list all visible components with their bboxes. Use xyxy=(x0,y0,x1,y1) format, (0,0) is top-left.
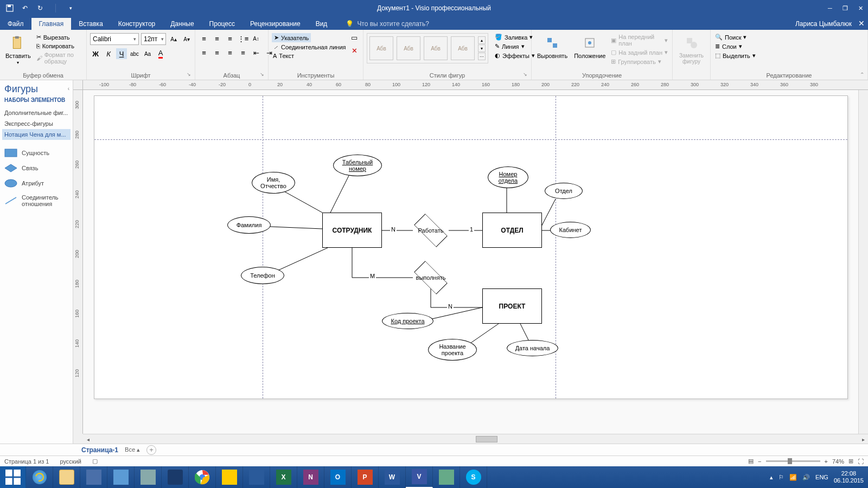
send-back-button[interactable]: ▢На задний план ▾ xyxy=(610,48,669,56)
vertical-ruler[interactable]: 300280260240220200180160140120 xyxy=(73,90,83,434)
guide-horizontal[interactable] xyxy=(94,139,847,140)
bullets-button[interactable]: ⋮≡ xyxy=(238,33,248,44)
paragraph-dialog-launcher[interactable]: ↘ xyxy=(260,72,266,78)
guide-vertical-1[interactable] xyxy=(263,96,263,399)
zoom-slider[interactable] xyxy=(766,460,820,462)
bold-button[interactable]: Ж xyxy=(90,48,101,59)
user-name[interactable]: Лариса Цымбалюк xyxy=(795,20,852,28)
font-size-combo[interactable]: 12пт xyxy=(141,33,166,45)
taskbar-app1[interactable] xyxy=(80,466,107,488)
taskbar-skype[interactable]: S xyxy=(460,466,487,488)
font-color-button[interactable]: A xyxy=(155,48,166,59)
align-right-button[interactable]: ≡ xyxy=(225,47,235,58)
attr-project-name[interactable]: Название проекта xyxy=(428,339,477,361)
scroll-left-button[interactable]: ◂ xyxy=(84,435,92,443)
shape-attribute[interactable]: Атрибут xyxy=(4,176,68,191)
undo-icon[interactable]: ↶ xyxy=(18,2,31,15)
text-direction-button[interactable]: A↕ xyxy=(251,33,261,44)
connector-tool-button[interactable]: ⟋Соединительная линия xyxy=(272,43,347,51)
collapse-ribbon-button[interactable]: ⌃ xyxy=(860,72,864,78)
tab-design[interactable]: Конструктор xyxy=(111,18,163,30)
tab-review[interactable]: Рецензирование xyxy=(242,18,308,30)
minimize-button[interactable]: ─ xyxy=(822,1,838,16)
shape-entity[interactable]: Сущность xyxy=(4,145,68,160)
rectangle-tool-button[interactable]: ▭ xyxy=(349,32,360,43)
find-button[interactable]: 🔍Поиск ▾ xyxy=(714,33,757,41)
zoom-in-button[interactable]: + xyxy=(825,458,828,465)
align-top-button[interactable]: ≡ xyxy=(199,33,209,44)
fill-button[interactable]: 🪣Заливка ▾ xyxy=(494,33,536,41)
tab-file[interactable]: Файл xyxy=(0,18,31,30)
tab-view[interactable]: Вид xyxy=(308,18,335,30)
taskbar-vbox[interactable] xyxy=(162,466,189,488)
attr-dept[interactable]: Отдел xyxy=(545,183,583,199)
add-page-button[interactable]: + xyxy=(146,445,156,455)
group-button[interactable]: ⊞Группировать ▾ xyxy=(610,57,669,66)
taskbar-chrome[interactable] xyxy=(189,466,216,488)
tab-insert[interactable]: Вставка xyxy=(71,18,111,30)
attr-surname[interactable]: Фамилия xyxy=(227,216,271,234)
entity-project[interactable]: ПРОЕКТ xyxy=(482,288,542,324)
page-tab-1[interactable]: Страница-1 xyxy=(81,446,118,454)
style-item-2[interactable]: Абв xyxy=(397,36,420,60)
text-tool-button[interactable]: AТекст xyxy=(272,52,295,60)
shrink-font-button[interactable]: A▾ xyxy=(181,34,192,44)
decrease-indent-button[interactable]: ⇤ xyxy=(251,47,261,58)
relationship-work[interactable]: Работать xyxy=(409,220,452,241)
attr-name-patr[interactable]: Имя, Отчество xyxy=(252,172,295,194)
taskbar-outlook[interactable]: O xyxy=(324,466,352,488)
copy-button[interactable]: ⎘Копировать xyxy=(35,42,83,50)
scroll-right-button[interactable]: ▸ xyxy=(859,435,867,443)
taskbar-app2[interactable] xyxy=(107,466,135,488)
taskbar-ie[interactable] xyxy=(26,466,53,488)
shape-relationship[interactable]: Связь xyxy=(4,160,68,176)
pointer-tool-button[interactable]: ➤Указатель xyxy=(272,33,311,42)
align-bottom-button[interactable]: ≡ xyxy=(225,33,235,44)
taskbar-powerpoint[interactable]: P xyxy=(352,466,379,488)
tray-clock[interactable]: 22:08 06.10.2015 xyxy=(834,470,864,484)
grow-font-button[interactable]: A▴ xyxy=(168,34,179,44)
layers-button[interactable]: ≣Слои ▾ xyxy=(714,42,757,50)
status-language[interactable]: русский xyxy=(60,458,81,465)
font-dialog-launcher[interactable]: ↘ xyxy=(187,72,193,78)
taskbar-app6[interactable] xyxy=(433,466,460,488)
format-painter-button[interactable]: 🖌Формат по образцу xyxy=(35,51,83,65)
fullscreen-button[interactable]: ⛶ xyxy=(858,458,864,465)
scroll-thumb[interactable] xyxy=(476,436,497,442)
align-justify-button[interactable]: ≡ xyxy=(238,47,248,58)
bring-front-button[interactable]: ▣На передний план ▾ xyxy=(610,33,669,47)
tray-language[interactable]: ENG xyxy=(815,474,828,480)
vertical-scrollbar[interactable] xyxy=(858,90,868,434)
qat-customize-icon[interactable]: ▾ xyxy=(64,2,77,15)
change-case-button[interactable]: Aa xyxy=(142,48,153,59)
taskbar-app5[interactable] xyxy=(243,466,270,488)
macro-record-icon[interactable]: ▢ xyxy=(92,458,98,465)
taskbar-app4[interactable] xyxy=(216,466,243,488)
panel-collapse-button[interactable]: ‹ xyxy=(68,86,69,92)
select-button[interactable]: ⬚Выделить ▾ xyxy=(714,52,757,60)
entity-employee[interactable]: СОТРУДНИК xyxy=(322,213,382,248)
shape-connector[interactable]: Соединитель отношения xyxy=(4,191,68,210)
attr-phone[interactable]: Телефон xyxy=(241,267,284,284)
zoom-out-button[interactable]: − xyxy=(758,458,761,465)
paste-button[interactable]: Вставить ▾ xyxy=(3,33,33,66)
attr-tab-number[interactable]: Табельный номер xyxy=(333,155,382,176)
delete-tool-button[interactable]: ✕ xyxy=(349,45,360,56)
guide-vertical-2[interactable] xyxy=(556,96,556,399)
tray-volume-icon[interactable]: 🔊 xyxy=(802,474,810,481)
line-button[interactable]: ✎Линия ▾ xyxy=(494,42,536,50)
taskbar-app3[interactable] xyxy=(135,466,162,488)
styles-dialog-launcher[interactable]: ↘ xyxy=(523,72,529,78)
close-button[interactable]: ✕ xyxy=(853,1,868,16)
attr-start-date[interactable]: Дата начала xyxy=(507,340,558,356)
style-item-4[interactable]: Абв xyxy=(451,36,475,60)
zoom-value[interactable]: 74% xyxy=(832,458,844,465)
align-center-button[interactable]: ≡ xyxy=(212,47,222,58)
gallery-down-button[interactable]: ▾ xyxy=(478,44,486,52)
start-button[interactable] xyxy=(0,466,26,488)
restore-button[interactable]: ❐ xyxy=(838,1,853,16)
view-presentation-button[interactable]: ▤ xyxy=(748,458,754,465)
shapes-cat-chen[interactable]: Нотация Чена для м... xyxy=(2,129,71,140)
tab-data[interactable]: Данные xyxy=(163,18,201,30)
tab-home[interactable]: Главная xyxy=(31,18,72,30)
